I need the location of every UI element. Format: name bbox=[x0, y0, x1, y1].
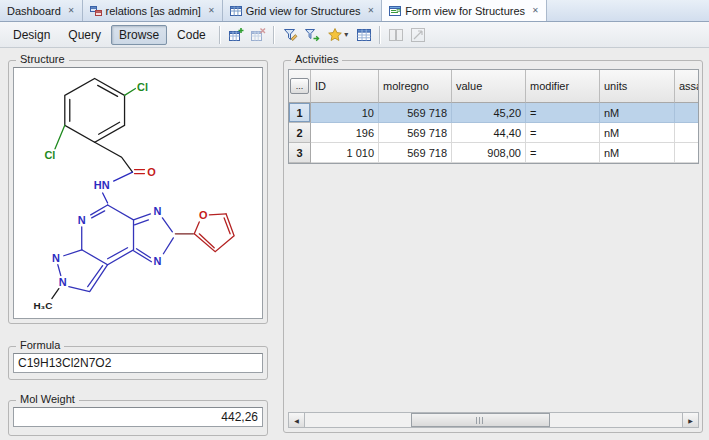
formula-group-label: Formula bbox=[16, 339, 64, 351]
column-header-molregno[interactable]: molregno bbox=[379, 70, 452, 103]
column-header-modifier[interactable]: modifier bbox=[526, 70, 600, 103]
atom-label-cl: Cl bbox=[137, 81, 148, 93]
column-header-id[interactable]: ID bbox=[311, 70, 379, 103]
table-cell[interactable]: nM bbox=[600, 143, 675, 163]
show-table-button[interactable] bbox=[353, 24, 375, 46]
tab-grid-view[interactable]: Grid view for Structures ✕ bbox=[223, 0, 383, 21]
table-cell[interactable] bbox=[675, 103, 698, 123]
query-button[interactable]: Query bbox=[60, 25, 109, 45]
scroll-right-button[interactable]: ▶ bbox=[682, 413, 698, 427]
table-cell[interactable]: 1 010 bbox=[311, 143, 379, 163]
atom-label-methyl: H₃C bbox=[33, 300, 52, 311]
table-cell[interactable]: 908,00 bbox=[452, 143, 526, 163]
mol-weight-group: Mol Weight 442,26 bbox=[8, 400, 268, 436]
toolbar-separator bbox=[273, 26, 275, 44]
toolbar-separator bbox=[219, 26, 221, 44]
column-header-value[interactable]: value bbox=[452, 70, 526, 103]
grid-view-icon bbox=[230, 5, 242, 17]
expand-window-icon bbox=[410, 27, 426, 43]
tab-close-icon[interactable]: ✕ bbox=[68, 6, 75, 15]
tab-close-icon[interactable]: ✕ bbox=[532, 6, 539, 15]
scroll-thumb-grip bbox=[476, 417, 485, 424]
tab-relations[interactable]: relations [as admin] ✕ bbox=[83, 0, 223, 21]
tab-label: Dashboard bbox=[7, 5, 61, 17]
activities-group-label: Activities bbox=[291, 53, 342, 65]
table-cell[interactable]: = bbox=[526, 143, 600, 163]
tab-label: Form view for Structures bbox=[405, 5, 525, 17]
edit-query-button[interactable] bbox=[279, 24, 301, 46]
table-cell[interactable]: = bbox=[526, 103, 600, 123]
add-view-button[interactable] bbox=[225, 24, 247, 46]
row-header[interactable]: 2 bbox=[289, 123, 311, 143]
dropdown-arrow-icon: ▾ bbox=[344, 30, 348, 39]
table-cell[interactable] bbox=[675, 143, 698, 163]
table-cell[interactable]: = bbox=[526, 123, 600, 143]
scroll-thumb[interactable] bbox=[411, 413, 550, 427]
table-cell[interactable]: 10 bbox=[311, 103, 379, 123]
table-cell[interactable]: nM bbox=[600, 103, 675, 123]
design-button[interactable]: Design bbox=[5, 25, 58, 45]
table-row[interactable]: 2 196 569 718 44,40 = nM bbox=[289, 123, 698, 143]
formula-group: Formula C19H13Cl2N7O2 bbox=[8, 346, 268, 380]
structure-viewer[interactable]: Cl Cl O HN N N N N N O H₃C bbox=[13, 67, 263, 319]
table-row[interactable]: 3 1 010 569 718 908,00 = nM bbox=[289, 143, 698, 163]
mol-weight-field[interactable]: 442,26 bbox=[13, 407, 263, 427]
molecule-structure: Cl Cl O HN N N N N N O H₃C bbox=[14, 68, 262, 318]
activities-group: Activities ... ID molregno value modifie… bbox=[283, 60, 703, 433]
tile-windows-icon bbox=[388, 27, 404, 43]
code-button[interactable]: Code bbox=[169, 25, 214, 45]
atom-label-o: O bbox=[199, 209, 208, 221]
browse-button[interactable]: Browse bbox=[111, 25, 167, 45]
column-header-assay[interactable]: assa bbox=[675, 70, 698, 103]
database-icon bbox=[90, 5, 102, 17]
tab-bar: Dashboard ✕ relations [as admin] ✕ Grid … bbox=[0, 0, 709, 22]
row-header[interactable]: 3 bbox=[289, 143, 311, 163]
table-cell[interactable] bbox=[675, 123, 698, 143]
atom-label-cl: Cl bbox=[44, 149, 55, 161]
atom-label-nh: HN bbox=[94, 179, 110, 191]
form-view-icon bbox=[389, 5, 401, 17]
table-cell[interactable]: 569 718 bbox=[379, 123, 452, 143]
toolbar: Design Query Browse Code bbox=[0, 22, 709, 48]
atom-label-o: O bbox=[147, 166, 156, 178]
table-cell[interactable]: 45,20 bbox=[452, 103, 526, 123]
column-header-units[interactable]: units bbox=[600, 70, 675, 103]
table-cell[interactable]: 569 718 bbox=[379, 103, 452, 123]
scroll-left-button[interactable]: ◀ bbox=[289, 413, 305, 427]
table-cell[interactable]: 569 718 bbox=[379, 143, 452, 163]
table-cell[interactable]: 196 bbox=[311, 123, 379, 143]
table-cell[interactable]: 44,40 bbox=[452, 123, 526, 143]
favorites-button[interactable]: ▾ bbox=[323, 24, 353, 46]
tab-dashboard[interactable]: Dashboard ✕ bbox=[0, 0, 83, 21]
run-query-icon bbox=[304, 27, 320, 43]
table-corner-cell: ... bbox=[289, 70, 311, 103]
structure-group-label: Structure bbox=[16, 53, 69, 65]
table-row[interactable]: 1 10 569 718 45,20 = nM bbox=[289, 103, 698, 123]
table-cell[interactable]: nM bbox=[600, 123, 675, 143]
show-table-icon bbox=[356, 27, 372, 43]
structure-group: Structure bbox=[8, 60, 268, 324]
edit-query-icon bbox=[282, 27, 298, 43]
add-view-icon bbox=[228, 27, 244, 43]
tab-close-icon[interactable]: ✕ bbox=[208, 6, 215, 15]
activities-table: ... ID molregno value modifier units ass… bbox=[288, 69, 699, 164]
table-header-row: ... ID molregno value modifier units ass… bbox=[289, 70, 698, 103]
remove-view-icon bbox=[250, 27, 266, 43]
tab-close-icon[interactable]: ✕ bbox=[368, 6, 375, 15]
row-header[interactable]: 1 bbox=[289, 103, 311, 123]
remove-view-button[interactable] bbox=[247, 24, 269, 46]
atom-label-n: N bbox=[153, 205, 161, 217]
corner-button[interactable]: ... bbox=[290, 78, 309, 94]
tile-windows-button[interactable] bbox=[385, 24, 407, 46]
atom-label-n: N bbox=[59, 276, 67, 288]
expand-window-button[interactable] bbox=[407, 24, 429, 46]
run-query-button[interactable] bbox=[301, 24, 323, 46]
atom-label-n: N bbox=[78, 214, 86, 226]
formula-field[interactable]: C19H13Cl2N7O2 bbox=[13, 353, 263, 373]
tab-label: Grid view for Structures bbox=[246, 5, 361, 17]
mol-weight-group-label: Mol Weight bbox=[16, 393, 79, 405]
tab-form-view[interactable]: Form view for Structures ✕ bbox=[382, 0, 547, 21]
tab-label: relations [as admin] bbox=[106, 5, 201, 17]
scrollbar-track[interactable] bbox=[305, 413, 682, 427]
horizontal-scrollbar[interactable]: ◀ ▶ bbox=[288, 412, 699, 428]
